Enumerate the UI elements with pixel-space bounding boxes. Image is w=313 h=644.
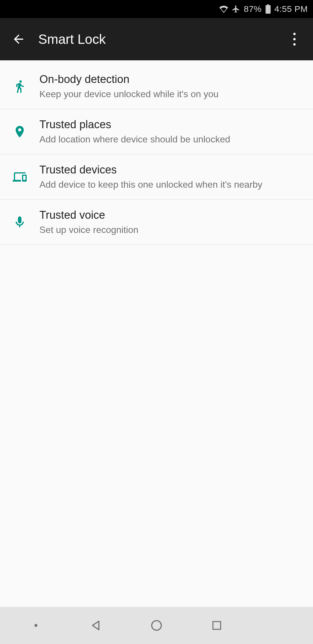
walk-icon xyxy=(0,73,39,100)
item-title: Trusted devices xyxy=(39,163,296,177)
item-trusted-devices[interactable]: Trusted devices Add device to keep this … xyxy=(0,154,313,200)
item-trusted-voice[interactable]: Trusted voice Set up voice recognition xyxy=(0,200,313,245)
clock: 4:55 PM xyxy=(274,4,308,14)
more-vert-icon xyxy=(293,33,296,35)
page-title: Smart Lock xyxy=(30,31,283,47)
item-on-body-detection[interactable]: On-body detection Keep your device unloc… xyxy=(0,64,313,109)
more-vert-icon xyxy=(293,38,296,40)
item-subtitle: Set up voice recognition xyxy=(39,224,296,236)
mic-icon xyxy=(0,208,39,236)
nav-indicator xyxy=(19,614,53,637)
status-bar: 87% 4:55 PM xyxy=(0,0,313,18)
svg-rect-2 xyxy=(213,622,221,629)
app-bar: Smart Lock xyxy=(0,18,313,60)
more-vert-icon xyxy=(293,43,296,46)
devices-icon xyxy=(0,163,39,191)
screen: 87% 4:55 PM Smart Lock On-body detection… xyxy=(0,0,313,644)
item-title: Trusted places xyxy=(39,118,296,132)
overflow-menu-button[interactable] xyxy=(283,28,306,51)
navigation-bar xyxy=(0,607,313,644)
battery-icon xyxy=(265,4,271,14)
item-title: Trusted voice xyxy=(39,208,296,222)
nav-spacer xyxy=(260,614,294,637)
battery-percent: 87% xyxy=(244,4,262,14)
nav-back-button[interactable] xyxy=(79,614,114,637)
item-subtitle: Keep your device unlocked while it's on … xyxy=(39,88,296,100)
item-subtitle: Add location where device should be unlo… xyxy=(39,133,296,146)
nav-recent-button[interactable] xyxy=(199,614,234,637)
svg-rect-0 xyxy=(266,6,270,13)
svg-point-1 xyxy=(152,621,161,630)
settings-list: On-body detection Keep your device unloc… xyxy=(0,60,313,607)
airplane-icon xyxy=(232,5,240,13)
item-trusted-places[interactable]: Trusted places Add location where device… xyxy=(0,109,313,154)
item-title: On-body detection xyxy=(39,73,296,86)
item-subtitle: Add device to keep this one unlocked whe… xyxy=(39,179,296,191)
back-button[interactable] xyxy=(7,28,30,51)
place-icon xyxy=(0,118,39,145)
nav-home-button[interactable] xyxy=(139,614,174,637)
wifi-icon xyxy=(219,5,228,13)
